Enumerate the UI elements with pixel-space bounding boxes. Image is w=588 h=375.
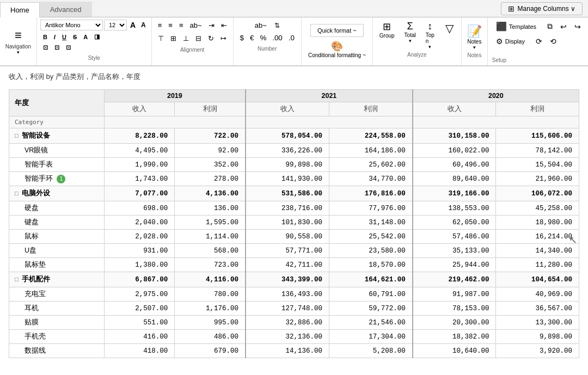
group-button[interactable]: ⊞ Group bbox=[376, 20, 398, 40]
setup-icon-btn3[interactable]: ↪ bbox=[572, 20, 584, 33]
quick-format-label: Quick format ~ bbox=[317, 27, 357, 34]
align-right-button[interactable]: ≡ bbox=[176, 20, 186, 31]
year-2020-header: 2020 bbox=[413, 90, 579, 102]
data-cell: 2,028.00 bbox=[104, 230, 175, 244]
gear-icon: ⚙ bbox=[496, 37, 503, 46]
bold-button[interactable]: B bbox=[40, 33, 50, 41]
setup-icon-btn5[interactable]: ⟲ bbox=[547, 35, 559, 47]
data-cell: 15,504.00 bbox=[496, 158, 579, 172]
number-format-button[interactable]: ab~ bbox=[252, 20, 270, 31]
indent2-button[interactable]: ↦ bbox=[218, 33, 229, 44]
category-cell: 343,399.00 bbox=[246, 272, 329, 287]
data-cell: 17,304.00 bbox=[329, 330, 412, 344]
data-cell: 90,558.00 bbox=[246, 230, 329, 244]
data-cell: 25,602.00 bbox=[329, 158, 412, 172]
category-row: □电脑外设7,077.004,136.00531,586.00176,816.0… bbox=[9, 186, 579, 201]
border-btn3[interactable]: ⊡ bbox=[63, 43, 74, 52]
data-cell: 568.00 bbox=[175, 244, 246, 258]
navigation-dropdown-icon: ▾ bbox=[17, 50, 20, 55]
manage-columns-button[interactable]: ⊞ Manage Columns ∨ bbox=[501, 2, 583, 15]
font-select[interactable]: Antikor Mono bbox=[40, 20, 103, 30]
data-cell: 13,300.00 bbox=[496, 316, 579, 330]
quick-format-button[interactable]: Quick format ~ bbox=[310, 24, 364, 37]
align-center-button[interactable]: ≡ bbox=[166, 20, 175, 31]
alignment-group: ≡ ≡ ≡ ab~ ⇥ ⇤ ⊤ ⊞ ⊥ ⊟ ↻ ↦ Alignment bbox=[152, 17, 234, 65]
indent-button[interactable]: ⇥ bbox=[206, 20, 217, 31]
col-2019-revenue: 收入 bbox=[104, 102, 175, 116]
data-cell: 141,930.00 bbox=[246, 172, 329, 186]
font-size-select[interactable]: 12 bbox=[104, 20, 127, 30]
data-cell: 3,920.00 bbox=[496, 344, 579, 358]
data-cell: 1,380.00 bbox=[104, 258, 175, 272]
tab-advanced[interactable]: Advanced bbox=[40, 2, 92, 17]
topn-button[interactable]: ↕ Top n ▾ bbox=[422, 20, 438, 51]
align-top-button[interactable]: ⊤ bbox=[155, 33, 167, 44]
data-cell: 16,214.00 bbox=[496, 230, 579, 244]
align-middle-button[interactable]: ⊞ bbox=[168, 33, 179, 44]
dollar-symbol-button[interactable]: $ bbox=[238, 33, 246, 43]
col-2020-profit: 利润 bbox=[496, 102, 579, 116]
data-cell: 4,495.00 bbox=[104, 144, 175, 158]
topn-icon: ↕ bbox=[427, 21, 432, 32]
border-btn2[interactable]: ⊡ bbox=[52, 43, 62, 52]
data-cell: 238,716.00 bbox=[246, 201, 329, 216]
decimal-decrease-button[interactable]: .0 bbox=[286, 33, 297, 43]
category-cell: 722.00 bbox=[175, 128, 246, 144]
wrap-text-button[interactable]: ab~ bbox=[187, 20, 204, 31]
data-cell: 34,770.00 bbox=[329, 172, 412, 186]
notes-button[interactable]: 📝 Notes ▾ bbox=[467, 24, 482, 50]
expand-icon[interactable]: □ bbox=[15, 190, 19, 196]
tab-home[interactable]: Home bbox=[0, 2, 40, 17]
navigation-group[interactable]: ≡ Navigation ▾ bbox=[0, 17, 37, 65]
setup-icon-btn1[interactable]: ⧉ bbox=[544, 20, 555, 33]
total-dropdown-icon: ▾ bbox=[409, 38, 412, 44]
decimal-increase-button[interactable]: .00 bbox=[270, 33, 285, 43]
setup-icon-btn2[interactable]: ↩ bbox=[558, 20, 569, 33]
year-2019-header: 2019 bbox=[104, 90, 246, 102]
italic-button[interactable]: I bbox=[51, 33, 58, 41]
total-icon: Σ bbox=[407, 21, 413, 32]
data-cell: 11,280.00 bbox=[496, 258, 579, 272]
setup-icon-btn4[interactable]: ⟳ bbox=[533, 35, 545, 47]
align-left-button[interactable]: ≡ bbox=[155, 20, 165, 31]
strikethrough-button[interactable]: S bbox=[70, 33, 79, 41]
display-button[interactable]: ⚙ Display bbox=[492, 35, 529, 47]
euro-symbol-button[interactable]: € bbox=[248, 33, 256, 43]
data-cell: 5,208.00 bbox=[329, 344, 412, 358]
total-button[interactable]: Σ Total ▾ bbox=[401, 20, 419, 45]
font-shrink-button[interactable]: A bbox=[139, 20, 148, 30]
data-cell: 1,114.00 bbox=[175, 230, 246, 244]
data-cell: 14,340.00 bbox=[496, 244, 579, 258]
data-cell: 91,987.00 bbox=[413, 287, 496, 302]
data-cell: 1,595.00 bbox=[175, 216, 246, 230]
cond-format-button[interactable]: 🎨 Conditional formatting ~ bbox=[305, 39, 369, 59]
col-2019-profit: 利润 bbox=[175, 102, 246, 116]
expand-icon[interactable]: □ bbox=[15, 132, 19, 139]
border-btn1[interactable]: ⊡ bbox=[40, 43, 51, 52]
data-cell: 35,133.00 bbox=[413, 244, 496, 258]
setup-group: ⬛ Templates ⧉ ↩ ↪ ⚙ Display ⟳ ⟲ Setup bbox=[488, 17, 588, 65]
percent-symbol-button[interactable]: % bbox=[258, 33, 268, 43]
highlight-button[interactable]: ◨ bbox=[91, 32, 102, 41]
category-cell: 224,558.00 bbox=[329, 128, 412, 144]
outdent-button[interactable]: ⇤ bbox=[218, 20, 230, 31]
cond-format-icon: 🎨 bbox=[331, 40, 343, 52]
data-table: 年度 2019 2021 2020 收入 利润 收入 利润 收入 利润 Cate… bbox=[9, 89, 579, 358]
filter-button[interactable]: ▽ bbox=[441, 20, 458, 37]
data-cell: 14,136.00 bbox=[246, 344, 329, 358]
content-area: 收入，利润 by 产品类别，产品名称，年度 年度 2019 2021 2020 … bbox=[0, 66, 588, 364]
templates-button[interactable]: ⬛ Templates bbox=[492, 20, 540, 33]
font-color-button[interactable]: A bbox=[81, 33, 90, 41]
table-row: U盘931.00568.0057,771.0023,580.0035,133.0… bbox=[9, 244, 579, 258]
align-bottom-button[interactable]: ⊥ bbox=[180, 33, 192, 44]
data-cell: 336,226.00 bbox=[246, 144, 329, 158]
category-cell: 531,586.00 bbox=[246, 186, 329, 201]
expand-icon[interactable]: □ bbox=[15, 276, 19, 282]
data-cell: 1,176.00 bbox=[175, 302, 246, 316]
number-type-button[interactable]: ⇅ bbox=[272, 20, 283, 31]
font-grow-button[interactable]: A bbox=[128, 20, 138, 30]
underline-button[interactable]: U bbox=[59, 33, 69, 41]
merge-button[interactable]: ⊟ bbox=[193, 33, 204, 44]
breadcrumb: 收入，利润 by 产品类别，产品名称，年度 bbox=[9, 72, 579, 82]
rotate-button[interactable]: ↻ bbox=[205, 33, 217, 44]
